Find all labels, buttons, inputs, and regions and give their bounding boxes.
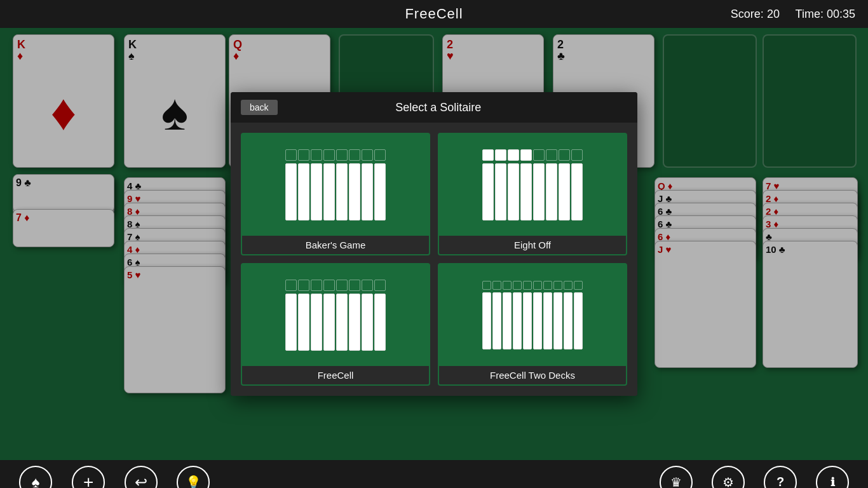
modal-title: Select a Solitaire — [288, 101, 589, 114]
settings-icon: ⚙ — [712, 466, 745, 489]
bakers-game-label: Baker's Game — [242, 236, 429, 254]
freecell-two-decks-preview — [439, 264, 626, 366]
games-icon: ♠ — [19, 466, 52, 489]
freecell-preview — [242, 264, 429, 366]
score-value: 20 — [767, 8, 780, 20]
game-option-freecell-two-decks[interactable]: FreeCell Two Decks — [438, 263, 627, 386]
game-option-bakers-game[interactable]: Baker's Game — [241, 133, 430, 255]
modal-body: Baker's Game — [231, 123, 637, 396]
freecell-label: FreeCell — [242, 366, 429, 384]
rules-icon: ? — [764, 466, 797, 489]
undo-button[interactable]: ↩ Undo — [125, 466, 158, 489]
game-option-eight-off[interactable]: Eight Off — [438, 133, 627, 255]
bakers-game-preview — [242, 134, 429, 236]
about-button[interactable]: ℹ About — [816, 466, 849, 489]
scores-icon: ♛ — [660, 466, 693, 489]
time-label: Time: — [796, 8, 824, 20]
scores-button[interactable]: ♛ Scores — [660, 466, 693, 489]
hint-icon: 💡 — [177, 466, 210, 489]
modal-header: back Select a Solitaire — [231, 92, 637, 123]
score-label: Score: — [731, 8, 764, 20]
select-solitaire-modal: back Select a Solitaire — [231, 92, 637, 396]
header: FreeCell Score: 20 Time: 00:35 — [0, 0, 868, 28]
game-area: K♦ ♦ K♠ ♠ Q♦ ♛ 2♥ ♥ 2♣ ♣ 7 — [0, 28, 868, 460]
app-title: FreeCell — [405, 6, 463, 22]
hint-button[interactable]: 💡 Hint — [177, 466, 210, 489]
games-button[interactable]: ♠ Games — [19, 466, 52, 489]
score-time: Score: 20 Time: 00:35 — [731, 8, 855, 21]
toolbar: ♠ Games + New deal ↩ Undo 💡 Hint ♛ Score… — [0, 460, 868, 488]
time-value: 00:35 — [827, 8, 855, 20]
toolbar-left: ♠ Games + New deal ↩ Undo 💡 Hint — [19, 466, 210, 489]
eight-off-label: Eight Off — [439, 236, 626, 254]
undo-icon: ↩ — [125, 466, 158, 489]
back-button[interactable]: back — [241, 100, 278, 115]
modal-overlay: back Select a Solitaire — [0, 28, 868, 460]
new-deal-button[interactable]: + New deal — [71, 466, 105, 489]
rules-button[interactable]: ? Rules — [764, 466, 797, 489]
settings-button[interactable]: ⚙ Settings — [712, 466, 745, 489]
eight-off-preview — [439, 134, 626, 236]
toolbar-right: ♛ Scores ⚙ Settings ? Rules ℹ About — [660, 466, 849, 489]
about-icon: ℹ — [816, 466, 849, 489]
game-option-freecell[interactable]: FreeCell — [241, 263, 430, 386]
new-deal-icon: + — [72, 466, 105, 489]
freecell-two-decks-label: FreeCell Two Decks — [439, 366, 626, 384]
